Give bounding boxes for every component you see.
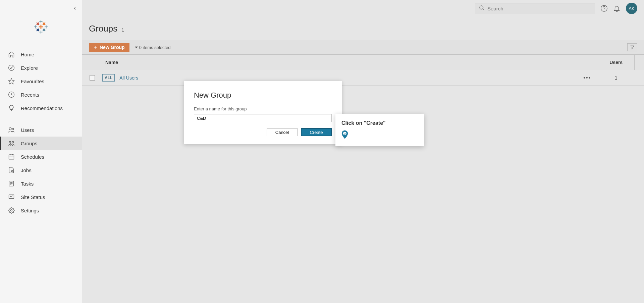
sidebar-item-recents[interactable]: Recents	[0, 88, 82, 101]
group-name-input[interactable]	[194, 114, 332, 122]
svg-marker-46	[631, 46, 634, 49]
sidebar-item-label: Settings	[21, 208, 39, 213]
logo	[0, 19, 82, 34]
table-header: ↑ Name Users	[82, 55, 644, 70]
sidebar-item-users[interactable]: Users	[0, 123, 82, 137]
tasks-icon	[8, 180, 15, 187]
filter-button[interactable]	[627, 43, 637, 51]
users-icon	[8, 127, 15, 133]
page: Groups 1 New Group 0 items selected ↑ Na…	[82, 17, 644, 303]
modal-title: New Group	[194, 91, 332, 100]
sidebar-item-label: Explore	[21, 65, 38, 71]
sidebar-item-label: Groups	[21, 141, 37, 146]
page-title: Groups	[89, 23, 117, 34]
svg-point-18	[9, 65, 14, 71]
sidebar-item-explore[interactable]: Explore	[0, 61, 82, 74]
sidebar-item-label: Home	[21, 52, 34, 57]
sidebar-item-schedules[interactable]: Schedules	[0, 150, 82, 163]
new-group-modal: New Group Enter a name for this group Ca…	[184, 81, 342, 144]
search-icon	[479, 5, 485, 12]
caret-down-icon	[135, 46, 138, 49]
cancel-button[interactable]: Cancel	[267, 128, 298, 136]
home-icon	[8, 51, 15, 58]
all-badge: ALL	[102, 74, 115, 82]
sidebar-item-jobs[interactable]: Jobs	[0, 163, 82, 177]
status-icon	[8, 194, 15, 200]
notifications-button[interactable]	[613, 5, 621, 12]
svg-rect-27	[9, 155, 14, 159]
modal-label: Enter a name for this group	[194, 106, 332, 111]
create-button[interactable]: Create	[301, 128, 332, 136]
new-group-label: New Group	[100, 45, 125, 50]
callout-text: Click on "Create"	[341, 120, 418, 126]
svg-text:G: G	[344, 132, 346, 135]
group-link[interactable]: All Users	[119, 75, 138, 81]
sidebar-item-label: Site Status	[21, 194, 45, 200]
sidebar-item-settings[interactable]: Settings	[0, 204, 82, 217]
sort-asc-icon: ↑	[102, 60, 104, 64]
column-name[interactable]: ↑ Name	[102, 60, 577, 65]
sidebar-item-home[interactable]: Home	[0, 48, 82, 61]
star-icon	[8, 78, 15, 85]
sidebar-item-favourites[interactable]: Favourites	[0, 74, 82, 88]
svg-point-25	[12, 141, 14, 143]
pin-icon: G	[341, 130, 418, 140]
svg-point-22	[9, 128, 11, 130]
svg-marker-19	[10, 67, 13, 69]
sidebar-item-tasks[interactable]: Tasks	[0, 177, 82, 190]
svg-line-40	[483, 9, 484, 10]
page-count: 1	[121, 27, 124, 33]
clock-icon	[8, 91, 15, 98]
groups-icon	[8, 140, 15, 147]
sidebar-item-label: Recents	[21, 92, 39, 98]
svg-point-24	[9, 141, 11, 143]
toolbar: New Group 0 items selected	[82, 40, 644, 55]
row-actions-button[interactable]: •••	[577, 75, 598, 81]
svg-marker-20	[9, 79, 14, 84]
plus-icon	[94, 45, 98, 49]
selection-dropdown[interactable]: 0 items selected	[135, 45, 171, 50]
svg-point-26	[11, 143, 12, 145]
sidebar-item-label: Jobs	[21, 167, 32, 173]
topbar: AK	[82, 0, 644, 17]
svg-marker-45	[135, 46, 138, 48]
sidebar-item-label: Recommendations	[21, 105, 63, 111]
sidebar-item-recommendations[interactable]: Recommendations	[0, 101, 82, 115]
sidebar-item-label: Schedules	[21, 154, 44, 160]
selected-count-text: 0 items selected	[139, 45, 171, 50]
row-checkbox[interactable]	[90, 75, 95, 81]
svg-point-39	[480, 6, 483, 9]
sidebar-item-label: Tasks	[21, 181, 34, 187]
row-users: 1	[598, 75, 635, 81]
sidebar-item-label: Users	[21, 127, 34, 133]
sidebar-item-groups[interactable]: Groups	[0, 137, 82, 150]
nav-primary: Home Explore Favourites Recents Recommen…	[0, 48, 82, 115]
nav-admin: Users Groups Schedules Jobs Tasks Site S…	[0, 123, 82, 217]
sidebar-collapse-button[interactable]	[72, 6, 77, 12]
jobs-icon	[8, 167, 15, 173]
new-group-button[interactable]: New Group	[89, 43, 129, 52]
nav-divider	[5, 119, 77, 119]
search-input[interactable]	[487, 6, 591, 11]
sidebar: Home Explore Favourites Recents Recommen…	[0, 0, 82, 303]
help-button[interactable]	[600, 5, 608, 12]
gear-icon	[8, 207, 15, 214]
search-input-wrap[interactable]	[475, 3, 595, 14]
sidebar-item-site-status[interactable]: Site Status	[0, 190, 82, 204]
column-users[interactable]: Users	[598, 55, 635, 70]
tutorial-callout: Click on "Create" G	[335, 114, 424, 146]
compass-icon	[8, 64, 15, 71]
table-row: ALL All Users ••• 1	[82, 70, 644, 86]
bulb-icon	[8, 105, 15, 111]
calendar-icon	[8, 153, 15, 160]
svg-point-38	[11, 210, 12, 211]
sidebar-item-label: Favourites	[21, 79, 44, 84]
svg-point-23	[12, 128, 14, 130]
avatar[interactable]: AK	[626, 3, 637, 14]
filter-icon	[630, 45, 635, 50]
